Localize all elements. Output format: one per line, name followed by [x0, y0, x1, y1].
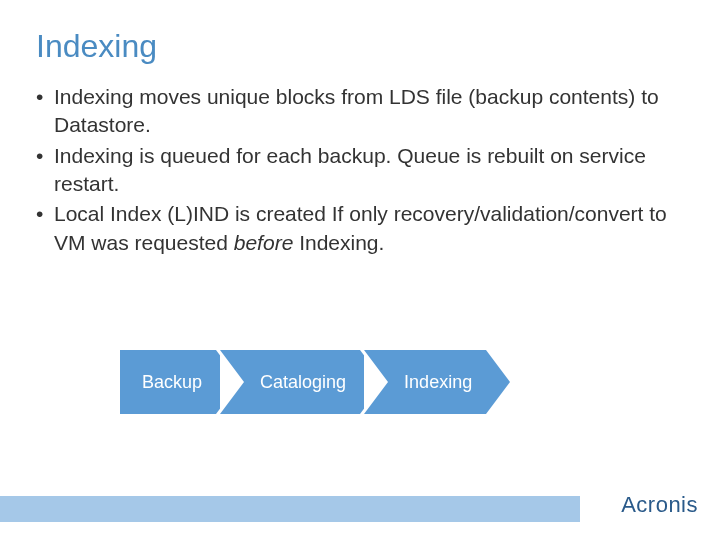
slide-title: Indexing — [0, 0, 720, 83]
process-flow: Backup Cataloging Indexing — [120, 350, 510, 414]
flow-step-label: Backup — [142, 372, 202, 393]
flow-step-label: Indexing — [404, 372, 472, 393]
flow-step-cataloging: Cataloging — [220, 350, 384, 414]
bullet-item: Indexing is queued for each backup. Queu… — [36, 142, 684, 199]
footer-accent-bar — [0, 496, 580, 522]
bullet-item: Indexing moves unique blocks from LDS fi… — [36, 83, 684, 140]
flow-step-indexing: Indexing — [364, 350, 510, 414]
brand-logo: Acronis — [621, 492, 698, 518]
bullet-list: Indexing moves unique blocks from LDS fi… — [0, 83, 720, 257]
bullet-item: Local Index (L)IND is created If only re… — [36, 200, 684, 257]
flow-step-label: Cataloging — [260, 372, 346, 393]
